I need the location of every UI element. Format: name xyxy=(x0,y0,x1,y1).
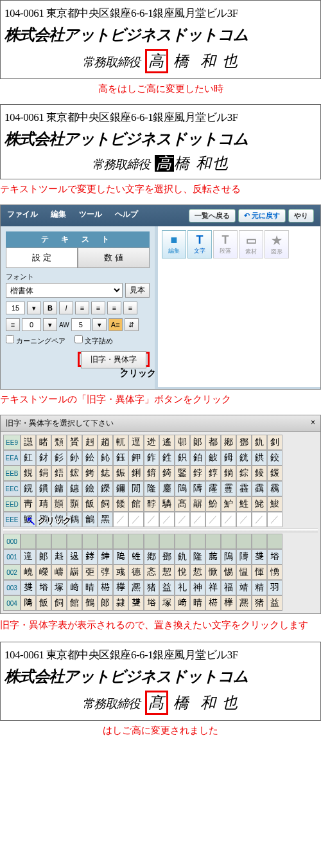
glyph-cell[interactable] xyxy=(159,534,175,549)
glyph-cell[interactable]: 猪 xyxy=(144,580,159,595)
glyph-cell[interactable] xyxy=(221,534,236,549)
glyph-cell[interactable]: 郞 xyxy=(98,595,113,611)
glyph-cell[interactable]: 﨏 xyxy=(267,549,282,565)
kerning-check[interactable]: カーニングペア xyxy=(6,335,65,346)
glyph-cell[interactable]: 鮏 xyxy=(236,496,252,512)
glyph-cell[interactable]: 館 xyxy=(128,496,144,512)
glyph-cell[interactable]: 錡 xyxy=(159,466,175,481)
glyph-cell[interactable]: 靕 xyxy=(36,496,51,512)
aw-input[interactable] xyxy=(71,318,91,331)
glyph-cell[interactable]: 鏸 xyxy=(67,481,82,496)
glyph-cell[interactable]: 﨓 xyxy=(205,595,221,611)
glyph-cell[interactable]: 益 xyxy=(159,580,175,595)
glyph-cell[interactable]: 鈊 xyxy=(98,450,113,466)
glyph-cell[interactable]: 凞 xyxy=(128,580,144,595)
glyph-cell[interactable]: 﨤 xyxy=(67,549,82,565)
glyph-cell[interactable]: 逕 xyxy=(128,435,144,450)
glyph-cell[interactable]: ／ xyxy=(267,512,282,527)
glyph-cell[interactable] xyxy=(236,534,252,549)
glyph-cell[interactable]: 隝 xyxy=(221,549,236,565)
selected-char[interactable]: 高 xyxy=(155,155,174,172)
glyph-cell[interactable]: 﨎 xyxy=(252,549,267,565)
glyph-cell[interactable] xyxy=(252,534,267,549)
back-button[interactable]: 一覧へ戻る xyxy=(189,209,236,222)
glyph-cell[interactable]: 﨎 xyxy=(21,580,36,595)
align-left-icon[interactable]: ≡ xyxy=(75,302,89,314)
glyph-cell[interactable]: ／ xyxy=(144,512,159,527)
glyph-cell[interactable]: 靍 xyxy=(252,481,267,496)
glyph-cell[interactable]: ／ xyxy=(221,512,236,527)
tool-text[interactable]: T文字 xyxy=(187,230,212,258)
glyph-cell[interactable]: 愑 xyxy=(267,565,282,580)
tab-settings[interactable]: 設 定 xyxy=(6,248,78,268)
glyph-cell[interactable]: 鉀 xyxy=(128,450,144,466)
align-justify-icon[interactable]: ≡ xyxy=(123,302,137,314)
glyph-cell[interactable]: 鋙 xyxy=(51,466,67,481)
glyph-cell[interactable]: 惞 xyxy=(205,565,221,580)
glyph-cell[interactable] xyxy=(98,534,113,549)
glyph-cell[interactable]: 﨣 xyxy=(51,549,67,565)
glyph-cell[interactable]: 﨑 xyxy=(175,595,190,611)
glyph-cell[interactable]: 魵 xyxy=(205,496,221,512)
glyph-cell[interactable]: 釗 xyxy=(267,435,282,450)
glyph-cell[interactable]: 鶴 xyxy=(82,595,98,611)
glyph-cell[interactable]: 鈆 xyxy=(82,450,98,466)
glyph-cell[interactable]: 鉑 xyxy=(190,450,205,466)
glyph-cell[interactable]: 鉧 xyxy=(221,450,236,466)
glyph-cell[interactable]: ／ xyxy=(236,512,252,527)
glyph-cell[interactable]: 﨡 xyxy=(128,549,144,565)
glyph-cell[interactable]: 驎 xyxy=(159,496,175,512)
tab-values[interactable]: 数 値 xyxy=(78,248,150,268)
glyph-cell[interactable]: 鉙 xyxy=(175,450,190,466)
glyph-cell[interactable]: ／ xyxy=(113,512,128,527)
glyph-cell[interactable]: ／ xyxy=(190,512,205,527)
glyph-cell[interactable]: 鋠 xyxy=(113,466,128,481)
glyph-cell[interactable]: 鐱 xyxy=(82,481,98,496)
glyph-cell[interactable]: 益 xyxy=(267,595,282,611)
glyph-cell[interactable]: 鋓 xyxy=(128,466,144,481)
glyph-cell[interactable]: 鎤 xyxy=(21,481,36,496)
glyph-cell[interactable]: ／ xyxy=(175,512,190,527)
glyph-cell[interactable]: 晴 xyxy=(82,580,98,595)
glyph-cell[interactable]: 顗 xyxy=(51,496,67,512)
glyph-cell[interactable]: 鄕 xyxy=(221,435,236,450)
tool-shape[interactable]: ★図形 xyxy=(265,230,289,258)
glyph-cell[interactable]: 﨏 xyxy=(36,580,51,595)
glyph-cell[interactable]: 餧 xyxy=(113,496,128,512)
glyph-cell[interactable] xyxy=(205,534,221,549)
glyph-cell[interactable]: 釮 xyxy=(36,450,51,466)
glyph-cell[interactable]: 贇 xyxy=(67,435,82,450)
menu-edit[interactable]: 編集 xyxy=(51,209,66,222)
glyph-cell[interactable]: 彧 xyxy=(113,565,128,580)
glyph-cell[interactable]: 鉎 xyxy=(159,450,175,466)
glyph-cell[interactable]: 銧 xyxy=(236,450,252,466)
glyph-cell[interactable]: 鸙 xyxy=(82,512,98,527)
italic-button[interactable]: I xyxy=(59,302,73,314)
glyph-cell[interactable]: 鏖 xyxy=(159,481,175,496)
glyph-cell[interactable]: 釚 xyxy=(175,549,190,565)
glyph-cell[interactable]: 鋍 xyxy=(190,466,205,481)
glyph-cell[interactable]: 鑈 xyxy=(113,481,128,496)
glyph-cell[interactable]: 飯 xyxy=(36,595,51,611)
glyph-cell[interactable]: 隷 xyxy=(113,595,128,611)
glyph-cell[interactable]: 鰀 xyxy=(21,512,36,527)
glyph-cell[interactable]: 﨔 xyxy=(221,595,236,611)
glyph-cell[interactable]: 鏆 xyxy=(36,481,51,496)
glyph-cell[interactable]: 郞 xyxy=(190,435,205,450)
glyph-cell[interactable]: 﨏 xyxy=(144,595,159,611)
glyph-cell[interactable]: 鋧 xyxy=(21,466,36,481)
glyph-cell[interactable]: 靃 xyxy=(236,481,252,496)
glyph-cell[interactable] xyxy=(67,534,82,549)
line-stepper[interactable]: ▾ xyxy=(43,318,57,331)
glyph-cell[interactable]: 鮻 xyxy=(267,496,282,512)
glyph-cell[interactable]: 髙 xyxy=(175,496,190,512)
glyph-cell[interactable]: 迯 xyxy=(144,435,159,450)
glyph-cell[interactable]: 恝 xyxy=(159,565,175,580)
glyph-cell[interactable]: 靑 xyxy=(21,496,36,512)
size-stepper[interactable]: ▾ xyxy=(27,302,41,314)
glyph-cell[interactable]: 軏 xyxy=(113,435,128,450)
glyph-cell[interactable]: 﨩 xyxy=(21,595,36,611)
glyph-cell[interactable]: 德 xyxy=(128,565,144,580)
glyph-cell[interactable]: 鋻 xyxy=(175,466,190,481)
undo-button[interactable]: ↶元に戻す xyxy=(238,209,286,222)
